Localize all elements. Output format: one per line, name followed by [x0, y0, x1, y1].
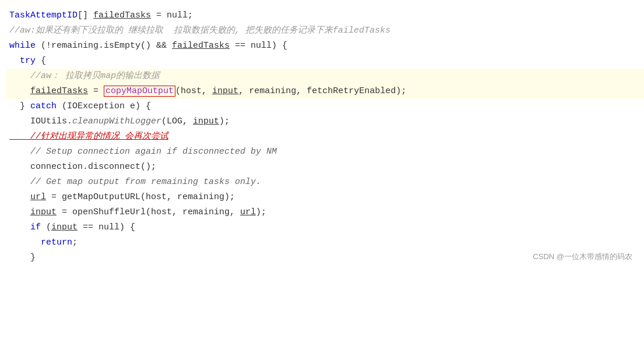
boxed-method: copyMapOutput — [104, 86, 175, 97]
line-13: url = getMapOutputURL(host, remaining); — [6, 190, 644, 205]
line-16: return; — [6, 235, 644, 250]
line-6: failedTasks = copyMapOutput(host, input,… — [6, 84, 644, 99]
line-15: if (input == null) { — [6, 220, 644, 235]
line-7: } catch (IOException e) { — [6, 99, 644, 114]
line-14: input = openShuffleUrl(host, remaining, … — [6, 205, 644, 220]
line-5: //aw： 拉取拷贝map的输出数据 — [6, 69, 644, 84]
code-block: TaskAttemptID[] failedTasks = null; //aw… — [6, 6, 644, 268]
line-9: //针对出现异常的情况 会再次尝试 — [6, 129, 644, 144]
underline-token: failedTasks — [93, 10, 151, 20]
line-10: // Setup connection again if disconnecte… — [6, 144, 644, 160]
line-8: IOUtils.cleanupWithLogger(LOG, input); — [6, 114, 644, 129]
line-4: try { — [6, 54, 644, 69]
line-3: while (!remaining.isEmpty() && failedTas… — [6, 38, 644, 54]
watermark: CSDN @一位木带感情的码农 — [533, 251, 632, 263]
line-11: connection.disconnect(); — [6, 160, 644, 175]
type-token: TaskAttemptID — [9, 10, 78, 20]
line-1: TaskAttemptID[] failedTasks = null; — [6, 8, 644, 23]
line-2: //aw:如果还有剩下没拉取的 继续拉取 拉取数据失败的, 把失败的任务记录下来… — [6, 23, 644, 38]
line-12: // Get map output from remaining tasks o… — [6, 175, 644, 190]
